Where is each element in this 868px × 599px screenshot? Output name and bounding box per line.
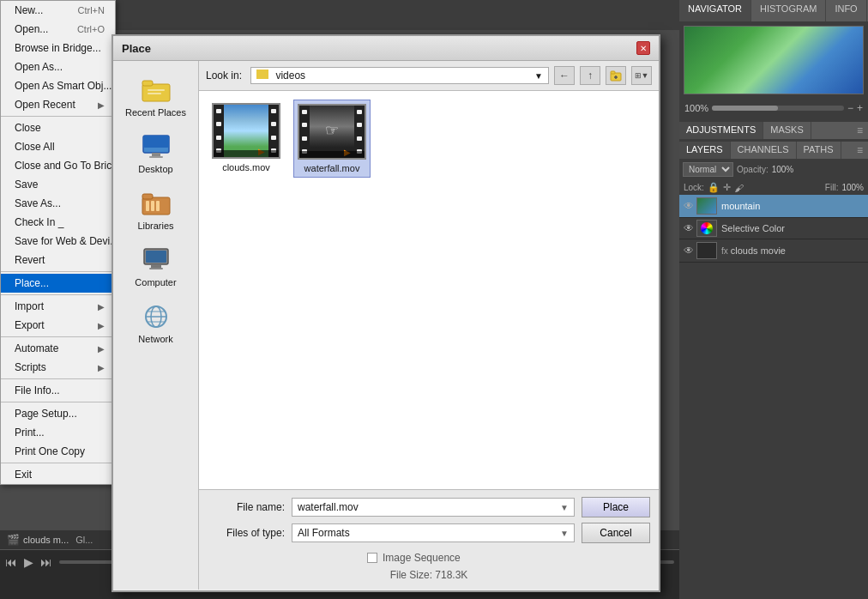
opacity-label: Opacity: [737, 165, 769, 174]
menu-item-place[interactable]: Place... [1, 274, 115, 293]
zoom-out-icon[interactable]: − [847, 102, 853, 114]
menu-item-automate[interactable]: Automate ▶ [1, 339, 115, 358]
file-name-dropdown-icon: ▼ [560, 503, 569, 512]
move-icon[interactable]: ✛ [723, 182, 731, 193]
tab-layers[interactable]: LAYERS [679, 142, 731, 159]
look-in-chevron: ▼ [534, 71, 543, 81]
menu-item-check-in[interactable]: Check In _ [1, 213, 115, 232]
sidebar-item-computer[interactable]: Computer [113, 238, 198, 294]
menu-item-open[interactable]: Open... Ctrl+O [1, 20, 115, 39]
layers-panel-tabs: LAYERS CHANNELS PATHS ≡ [679, 142, 868, 159]
sidebar-item-desktop[interactable]: Desktop [113, 124, 198, 181]
image-sequence-checkbox[interactable] [367, 553, 377, 563]
nav-back-button[interactable]: ← [554, 66, 575, 85]
file-size-label: File Size: 718.3K [390, 569, 468, 581]
blend-mode-select[interactable]: Normal [683, 162, 733, 177]
dialog-body: Recent Places Desktop [113, 61, 659, 590]
tab-histogram[interactable]: HISTOGRAM [751, 0, 826, 21]
menu-item-page-setup[interactable]: Page Setup... [1, 404, 115, 423]
adj-options-icon[interactable]: ≡ [852, 122, 868, 139]
tab-adjustments[interactable]: ADJUSTMENTS [679, 122, 763, 139]
look-in-dropdown[interactable]: videos ▼ [250, 67, 549, 84]
sidebar-label-libraries: Libraries [137, 221, 173, 231]
svg-rect-15 [151, 264, 161, 268]
svg-rect-1 [142, 81, 153, 86]
menu-item-export[interactable]: Export ▶ [1, 316, 115, 335]
transport-back-icon[interactable]: ⏮ [5, 555, 17, 569]
menu-item-browse-bridge[interactable]: Browse in Bridge... [1, 39, 115, 57]
film-strip-left-waterfall [299, 106, 310, 158]
menu-item-save-web[interactable]: Save for Web & Devi... [1, 232, 115, 251]
view-options-button[interactable]: ⊞▼ [631, 66, 652, 85]
nav-up-button[interactable]: ↑ [580, 66, 600, 85]
transport-play-icon[interactable]: ▶ [24, 555, 33, 569]
menu-item-close-all[interactable]: Close All [1, 137, 115, 156]
file-item-clouds[interactable]: ▶ clouds.mov [208, 100, 285, 178]
files-of-type-row: Files of type: All Formats ▼ Cancel [208, 523, 650, 543]
menu-item-print[interactable]: Print... [1, 423, 115, 442]
layer-thumb-mountain [696, 197, 717, 215]
film-strip-right-clouds [268, 105, 279, 157]
play-icon-waterfall: ▶ [342, 148, 353, 156]
menu-item-import[interactable]: Import ▶ [1, 297, 115, 316]
file-name-input[interactable]: waterfall.mov ▼ [292, 498, 575, 517]
file-thumb-clouds: ▶ [212, 103, 280, 159]
place-button[interactable]: Place [582, 497, 650, 517]
layer-thumb-clouds [696, 242, 717, 259]
dialog-close-button[interactable]: ✕ [636, 41, 650, 55]
look-in-label: Look in: [206, 70, 242, 82]
layer-controls: Normal Opacity: 100% [679, 159, 868, 180]
menu-item-exit[interactable]: Exit [1, 465, 115, 484]
menu-item-close[interactable]: Close [1, 118, 115, 137]
layers-options-icon[interactable]: ≡ [852, 142, 868, 159]
layer-visibility-icon-mountain[interactable]: 👁 [684, 200, 694, 212]
menu-item-open-as[interactable]: Open As... [1, 57, 115, 76]
menu-item-open-smart[interactable]: Open As Smart Obj... [1, 76, 115, 95]
tab-paths[interactable]: PATHS [797, 142, 841, 159]
layer-item-clouds[interactable]: 👁 fx clouds movie [679, 239, 868, 263]
zoom-in-icon[interactable]: + [857, 102, 863, 114]
tab-info[interactable]: INFO [826, 0, 866, 21]
menu-item-save-as[interactable]: Save As... [1, 194, 115, 213]
create-folder-button[interactable] [606, 66, 626, 85]
menu-item-file-info[interactable]: File Info... [1, 381, 115, 400]
layer-item-mountain[interactable]: 👁 mountain [679, 195, 868, 218]
dialog-title: Place [122, 42, 151, 55]
image-sequence-label: Image Sequence [383, 552, 461, 564]
place-dialog: Place ✕ Recent Places [112, 34, 660, 592]
fill-label: Fill: [825, 183, 839, 192]
files-of-type-select[interactable]: All Formats ▼ [292, 523, 575, 542]
transport-forward-icon[interactable]: ⏭ [40, 555, 52, 569]
layer-visibility-icon-selective[interactable]: 👁 [684, 222, 694, 234]
menu-item-new[interactable]: New... Ctrl+N [1, 1, 115, 20]
tab-navigator[interactable]: NAVIGATOR [679, 0, 751, 21]
tab-masks[interactable]: MASKS [763, 122, 811, 139]
svg-rect-23 [611, 71, 615, 74]
sidebar-item-recent-places[interactable]: Recent Places [113, 68, 198, 124]
menu-item-open-recent[interactable]: Open Recent ▶ [1, 95, 115, 114]
lock-icon[interactable]: 🔒 [708, 182, 720, 193]
layer-visibility-icon-clouds[interactable]: 👁 [684, 245, 694, 257]
file-thumb-waterfall: ☞ ▶ [298, 104, 366, 160]
cancel-button[interactable]: Cancel [582, 523, 650, 543]
selective-color-label: Selective Color [721, 223, 785, 233]
tab-channels[interactable]: CHANNELS [731, 142, 797, 159]
zoom-level: 100% [684, 103, 708, 113]
svg-rect-7 [149, 156, 163, 158]
menu-item-revert[interactable]: Revert [1, 251, 115, 269]
file-item-waterfall[interactable]: ☞ ▶ waterfall.mov [293, 100, 371, 178]
menu-item-scripts[interactable]: Scripts ▶ [1, 358, 115, 377]
sidebar-item-network[interactable]: Network [113, 294, 198, 351]
selective-color-icon [696, 220, 717, 237]
look-in-folder-icon [256, 70, 268, 79]
paint-icon[interactable]: 🖌 [734, 183, 744, 193]
dialog-main: Look in: videos ▼ ← ↑ [199, 61, 659, 590]
sidebar-item-libraries[interactable]: Libraries [113, 181, 198, 238]
selective-color-row: 👁 Selective Color [679, 218, 868, 239]
adj-panel-tabs: ADJUSTMENTS MASKS ≡ [679, 122, 868, 139]
menu-item-close-bridge[interactable]: Close and Go To Bric... [1, 156, 115, 175]
file-name-clouds: clouds.mov [222, 162, 270, 172]
menu-item-print-one-copy[interactable]: Print One Copy [1, 442, 115, 461]
menu-item-save[interactable]: Save [1, 175, 115, 194]
image-sequence-row: Image Sequence [208, 548, 650, 567]
